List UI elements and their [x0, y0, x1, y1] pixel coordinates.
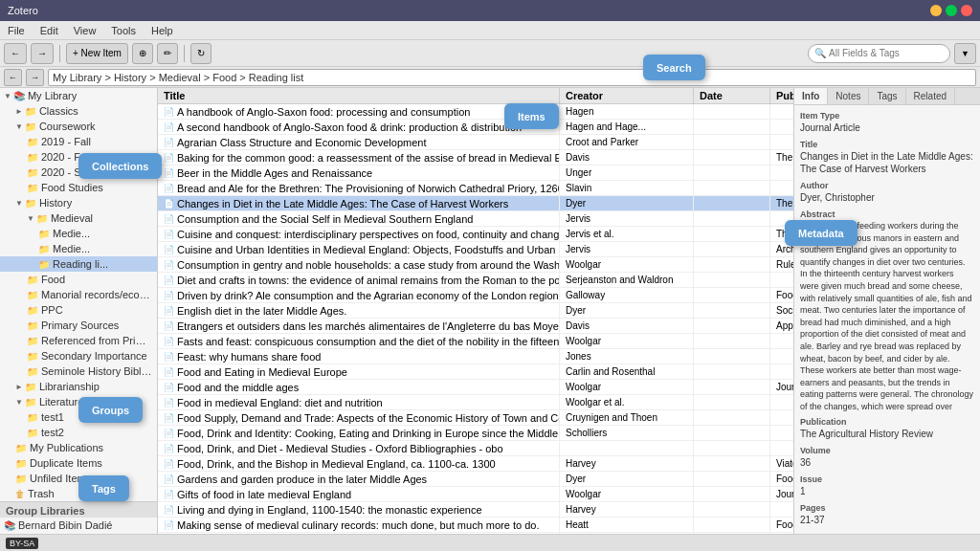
- cell-date: [694, 456, 770, 471]
- sync-button[interactable]: ↻: [190, 43, 212, 64]
- table-row[interactable]: 📄 Gardens and garden produce in the late…: [158, 472, 793, 487]
- table-row[interactable]: 📄 Diet and crafts in towns: the evidence…: [158, 273, 793, 288]
- table-row[interactable]: 📄 Beer in the Middle Ages and Renaissanc…: [158, 165, 793, 181]
- menu-edit[interactable]: Edit: [36, 25, 62, 36]
- table-row[interactable]: 📄 Driven by drink? Ale consumption and t…: [158, 288, 793, 303]
- tab-related[interactable]: Related: [906, 88, 955, 104]
- table-row[interactable]: 📄 A handbook of Anglo-Saxon food: proces…: [158, 104, 793, 120]
- table-row[interactable]: 📄 Bread and Ale for the Brethren: The Pr…: [158, 181, 793, 196]
- cell-creator: Hagen and Hage...: [560, 120, 694, 134]
- sidebar-item-history[interactable]: ▼ 📁 History: [0, 195, 157, 210]
- table-row[interactable]: 📄 Making sense of medieval culinary reco…: [158, 518, 793, 533]
- table-row[interactable]: 📄 Living and dying in England, 1100-1540…: [158, 502, 793, 518]
- sidebar-item-duplicates[interactable]: 📁 Duplicate Items: [0, 455, 157, 471]
- meta-date: Date 1988: [800, 532, 974, 534]
- sidebar-item-coursework[interactable]: ▼ 📁 Coursework: [0, 119, 157, 134]
- search-options-button[interactable]: ▼: [954, 43, 976, 64]
- item-icon: 📄: [164, 199, 174, 209]
- sidebar-item-referenced[interactable]: 📁 Referenced from Primary: [0, 333, 157, 348]
- folder-icon: 📁: [27, 137, 38, 147]
- tab-info[interactable]: Info: [794, 88, 828, 104]
- table-row[interactable]: 📄 Medieval Fish, Fisheries and Fishponds…: [158, 533, 793, 534]
- sidebar-item-manorial[interactable]: 📁 Manorial records/econo...: [0, 287, 157, 302]
- sidebar-item-2019fall[interactable]: 📁 2019 - Fall: [0, 134, 157, 149]
- col-header-date[interactable]: Date: [694, 88, 770, 103]
- sidebar-item-librarianship[interactable]: ► 📁 Librarianship: [0, 379, 157, 394]
- table-row[interactable]: 📄 Consumption in gentry and noble househ…: [158, 257, 793, 273]
- search-input[interactable]: [829, 48, 944, 58]
- menu-view[interactable]: View: [70, 25, 100, 36]
- sidebar-item-medie1[interactable]: 📁 Medie...: [0, 226, 157, 241]
- table-row[interactable]: 📄 Food, Drink, and Diet - Medieval Studi…: [158, 441, 793, 456]
- cell-date: [694, 533, 770, 534]
- menu-tools[interactable]: Tools: [107, 25, 140, 36]
- table-row[interactable]: 📄 Food Supply, Demand and Trade: Aspects…: [158, 410, 793, 426]
- close-button[interactable]: [961, 5, 972, 16]
- sidebar-item-secondary[interactable]: 📁 Secondary Importance: [0, 348, 157, 364]
- sidebar-item-f17[interactable]: 📚 F17ComparativeMethodsCaribe...: [0, 533, 157, 534]
- sidebar-item-medie2[interactable]: 📁 Medie...: [0, 241, 157, 256]
- col-header-publication[interactable]: Publication: [770, 88, 793, 103]
- table-row[interactable]: 📄 Consumption and the Social Self in Med…: [158, 211, 793, 227]
- tab-tags[interactable]: Tags: [869, 88, 905, 104]
- table-row[interactable]: 📄 Gifts of food in late medieval England…: [158, 487, 793, 502]
- sidebar-item-medieval[interactable]: ▼ 📁 Medieval: [0, 210, 157, 226]
- meta-issue: Issue 1: [800, 474, 974, 497]
- table-row[interactable]: 📄 Changes in Diet in the Late Middle Age…: [158, 196, 793, 211]
- table-row[interactable]: 📄 Food, Drink, and the Bishop in Medieva…: [158, 456, 793, 472]
- table-row[interactable]: 📄 Feast: why humans share food Jones: [158, 349, 793, 364]
- add-attachment-button[interactable]: ⊕: [132, 43, 153, 64]
- sidebar-item-primary[interactable]: 📁 Primary Sources: [0, 318, 157, 333]
- cell-creator: Dyer: [560, 472, 694, 486]
- table-row[interactable]: 📄 Cuisine and Urban Identities in Mediev…: [158, 242, 793, 257]
- location-forward-button[interactable]: →: [26, 69, 44, 86]
- menu-file[interactable]: File: [4, 25, 29, 36]
- cell-date: [694, 104, 770, 119]
- maximize-button[interactable]: [946, 5, 957, 16]
- tab-notes[interactable]: Notes: [828, 88, 869, 104]
- sidebar-item-seminole[interactable]: 📁 Seminole History Bibliography: [0, 364, 157, 379]
- new-item-button[interactable]: + New Item: [66, 43, 128, 64]
- sidebar-label: Medieval: [51, 212, 93, 224]
- forward-button[interactable]: →: [31, 43, 54, 64]
- table-row[interactable]: 📄 A second handbook of Anglo-Saxon food …: [158, 120, 793, 135]
- sidebar-item-readinglist[interactable]: 📁 Reading li...: [0, 256, 157, 272]
- sidebar-item-bernard[interactable]: 📚 Bernard Bibin Dadié: [0, 518, 157, 533]
- sidebar-item-classics[interactable]: ► 📁 Classics: [0, 103, 157, 119]
- sidebar-item-ppc[interactable]: 📁 PPC: [0, 302, 157, 318]
- cell-creator: Woolgar: [560, 380, 694, 394]
- folder-icon: 📁: [27, 167, 38, 178]
- table-row[interactable]: 📄 Cuisine and conquest: interdisciplinar…: [158, 227, 793, 242]
- cell-date: [694, 410, 770, 425]
- table-row[interactable]: 📄 Fasts and feast: conspicuous consumpti…: [158, 334, 793, 349]
- cell-publication: Approvisionner la ...: [770, 319, 793, 333]
- back-button[interactable]: ←: [4, 43, 27, 64]
- table-row[interactable]: 📄 Food and the middle ages Woolgar Journ…: [158, 380, 793, 395]
- sidebar-item-mypubs[interactable]: 📁 My Publications: [0, 440, 157, 455]
- location-back-button[interactable]: ←: [4, 69, 22, 86]
- table-row[interactable]: 📄 Agrarian Class Structure and Economic …: [158, 135, 793, 150]
- cell-creator: Heatt: [560, 518, 694, 532]
- location-text: My Library > History > Medieval > Food >…: [53, 72, 303, 83]
- minimize-button[interactable]: [930, 5, 942, 16]
- table-row[interactable]: 📄 Food in medieval England: diet and nut…: [158, 395, 793, 410]
- sidebar-item-test2[interactable]: 📁 test2: [0, 425, 157, 440]
- menu-help[interactable]: Help: [147, 25, 177, 36]
- sidebar-item-food[interactable]: 📁 Food: [0, 272, 157, 287]
- item-icon: 📄: [164, 153, 174, 163]
- new-note-button[interactable]: ✏: [157, 43, 178, 64]
- center-panel: Title Creator Date Publication 📄 A h: [158, 88, 793, 534]
- sidebar-label: Classics: [39, 105, 78, 117]
- table-row[interactable]: 📄 Food and Eating in Medieval Europe Car…: [158, 364, 793, 380]
- table-row[interactable]: 📄 English diet in the later Middle Ages.…: [158, 303, 793, 319]
- table-row[interactable]: 📄 Baking for the common good: a reassess…: [158, 150, 793, 165]
- table-row[interactable]: 📄 Etrangers et outsiders dans les marché…: [158, 319, 793, 334]
- item-icon: 📄: [164, 413, 174, 423]
- table-row[interactable]: 📄 Food, Drink and Identity: Cooking, Eat…: [158, 426, 793, 441]
- annotation-search: Search: [643, 55, 705, 80]
- col-header-title[interactable]: Title: [158, 88, 560, 103]
- sidebar-item-foodstudies[interactable]: 📁 Food Studies: [0, 180, 157, 195]
- sidebar-item-mylibrary[interactable]: ▼ 📚 My Library: [0, 88, 157, 103]
- col-header-creator[interactable]: Creator: [560, 88, 694, 103]
- item-icon: 📄: [164, 383, 174, 392]
